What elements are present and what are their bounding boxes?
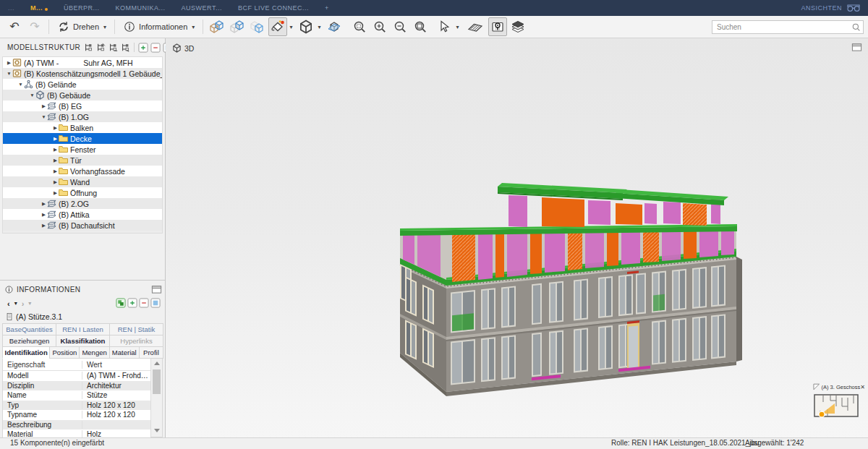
locate-tree-icon[interactable] <box>120 42 131 53</box>
scroll-down-icon[interactable] <box>154 429 160 432</box>
window-icon[interactable] <box>151 284 162 295</box>
chevron-down-icon[interactable]: ▾ <box>456 24 459 30</box>
isolate-components-button[interactable] <box>228 17 247 36</box>
chevron-right-icon[interactable]: ▶ <box>52 136 59 142</box>
viewport-3d[interactable]: 3D <box>166 38 868 437</box>
chevron-right-icon[interactable]: ▶ <box>52 125 59 131</box>
minimap-camera-marker[interactable] <box>819 411 825 417</box>
zoom-in-button[interactable] <box>370 17 389 36</box>
tree-item-kostenschaetzungsmodell[interactable]: ▼ (B) Kostenschätzungsmodell 1 Gebäude_0… <box>3 68 162 79</box>
chevron-right-icon[interactable]: ▶ <box>52 147 59 153</box>
zoom-out-button[interactable] <box>391 17 409 36</box>
close-icon[interactable]: ✕ <box>860 384 865 390</box>
tree-item-eg[interactable]: ▶ (B) EG <box>3 101 162 111</box>
chevron-down-icon[interactable]: ▾ <box>289 24 292 30</box>
history-back-button[interactable]: ‹ <box>7 300 10 308</box>
tree-item-gebaeude[interactable]: ▼ (B) Gebäude <box>3 90 162 101</box>
chevron-down-icon[interactable]: ▼ <box>6 71 12 76</box>
collapse-tree-icon[interactable] <box>95 42 106 53</box>
entrance-door[interactable] <box>627 320 639 369</box>
chevron-right-icon[interactable]: ▶ <box>52 158 59 163</box>
tree-item-vorhangfassade[interactable]: ▶ Vorhangfassade <box>3 166 162 176</box>
zoom-window-button[interactable] <box>411 17 430 36</box>
penthouse-roofs[interactable] <box>498 183 728 205</box>
chevron-right-icon[interactable]: ▶ <box>52 168 59 174</box>
view-cube-button[interactable] <box>297 17 315 36</box>
minimap-toggle-button[interactable] <box>488 17 507 36</box>
tree-item-attika[interactable]: ▶ (B) Attika <box>3 209 162 220</box>
tab-identifikation[interactable]: Identifikation <box>2 346 50 359</box>
plane-tool-button[interactable] <box>466 17 485 36</box>
tree-item-1og[interactable]: ▼ (B) 1.OG <box>3 111 162 122</box>
chevron-right-icon[interactable]: ▶ <box>52 190 59 196</box>
tree-item-wand[interactable]: ▶ Wand <box>3 176 162 187</box>
tab-kommunikation[interactable]: KOMMUNIKA... <box>108 4 174 12</box>
tab-beziehungen[interactable]: Beziehungen <box>2 335 56 346</box>
history-forward-menu[interactable]: ▾ <box>28 301 31 307</box>
tree-item-gelaende[interactable]: ▼ (B) Gelände <box>3 79 162 90</box>
table-row[interactable]: DisziplinArchitektur <box>3 381 150 391</box>
tab-active-m[interactable]: M... <box>22 4 56 12</box>
tab-ren-lasten[interactable]: REN I Lasten <box>56 323 110 335</box>
tab-mengen[interactable]: Mengen <box>79 346 109 359</box>
scroll-thumb[interactable] <box>153 369 161 394</box>
informationen-menu-button[interactable]: Informationen ▾ <box>119 17 198 36</box>
selected-component-row[interactable]: (A) Stütze.3.1 <box>0 311 165 323</box>
chevron-down-icon[interactable]: ▼ <box>29 93 35 98</box>
minimap-floorplan[interactable] <box>813 392 861 421</box>
table-row[interactable]: Modell(A) TWM - Frohdörfli, Suh... <box>3 371 150 381</box>
add-icon[interactable] <box>127 298 137 309</box>
corner-triangle-icon[interactable] <box>813 383 820 390</box>
tab-klassifikation[interactable]: Klassifikation <box>56 335 110 346</box>
undo-button[interactable]: ↶ <box>5 17 24 36</box>
tree-item-twm[interactable]: ▶ (A) TWM -Suhr AG, MFH <box>3 57 162 68</box>
section-box-button[interactable] <box>325 17 344 36</box>
tree-item-tuer[interactable]: ▶ Tür <box>3 155 162 166</box>
tab-overflow[interactable]: ... <box>0 4 22 12</box>
vertical-scrollbar[interactable] <box>150 359 162 437</box>
chevron-right-icon[interactable]: ▶ <box>41 212 47 218</box>
chevron-down-icon[interactable]: ▼ <box>17 82 24 87</box>
tree-item-decke[interactable]: ▶ Decke <box>3 133 162 144</box>
building-model[interactable] <box>166 38 868 437</box>
tree-item-oeffnung[interactable]: ▶ Öffnung <box>3 187 162 198</box>
tree-item-2og[interactable]: ▶ (B) 2.OG <box>3 198 162 209</box>
tree-item-dachaufsicht[interactable]: ▶ (B) Dachaufsicht <box>3 220 162 231</box>
table-row[interactable]: TypHolz 120 x 120 <box>3 401 150 411</box>
tab-auswertung[interactable]: AUSWERT... <box>174 4 230 12</box>
tab-position[interactable]: Position <box>49 346 80 359</box>
redo-button[interactable]: ↷ <box>25 17 44 36</box>
tab-basequantities[interactable]: BaseQuantities <box>2 323 56 335</box>
colorize-components-icon[interactable] <box>116 298 126 309</box>
show-all-components-button[interactable] <box>208 17 226 36</box>
tab-add-button[interactable]: + <box>317 4 337 12</box>
chevron-down-icon[interactable]: ▾ <box>318 24 320 30</box>
search-input[interactable] <box>712 20 864 34</box>
chevron-right-icon[interactable]: ▶ <box>41 223 47 228</box>
tab-ren-statik[interactable]: REN | Statik <box>109 323 163 335</box>
table-row[interactable]: NameStütze <box>3 390 150 401</box>
views-menu[interactable]: ANSICHTEN <box>801 2 868 14</box>
select-box-icon[interactable] <box>150 298 161 309</box>
history-forward-button[interactable]: › <box>22 300 25 308</box>
chevron-right-icon[interactable]: ▶ <box>6 60 12 66</box>
hide-components-button[interactable] <box>248 17 267 36</box>
tree-item-balken[interactable]: ▶ Balken <box>3 122 162 133</box>
tab-material[interactable]: Material <box>109 346 140 359</box>
sync-tree-icon[interactable] <box>108 42 119 53</box>
select-tool-button[interactable] <box>435 17 454 36</box>
tab-bcf-live-connector[interactable]: BCF LIVE CONNEC... <box>230 4 317 12</box>
expand-tree-icon[interactable] <box>83 42 94 53</box>
tree-item-fenster[interactable]: ▶ Fenster <box>3 144 162 155</box>
maximize-icon[interactable] <box>851 43 862 52</box>
tab-ueberpruefung[interactable]: ÜBERPR... <box>56 4 108 12</box>
remove-icon[interactable] <box>139 298 149 309</box>
table-row[interactable]: TypnameHolz 120 x 120 <box>3 410 150 420</box>
rotate-mode-button[interactable]: Drehen ▾ <box>54 17 110 36</box>
chevron-right-icon[interactable]: ▶ <box>41 201 47 207</box>
add-icon[interactable] <box>137 42 148 53</box>
layers-button[interactable] <box>509 17 527 36</box>
minimap[interactable]: (A) 3. Geschoss ✕ <box>813 382 865 431</box>
remove-icon[interactable] <box>150 42 161 53</box>
zoom-fit-button[interactable] <box>350 17 369 36</box>
